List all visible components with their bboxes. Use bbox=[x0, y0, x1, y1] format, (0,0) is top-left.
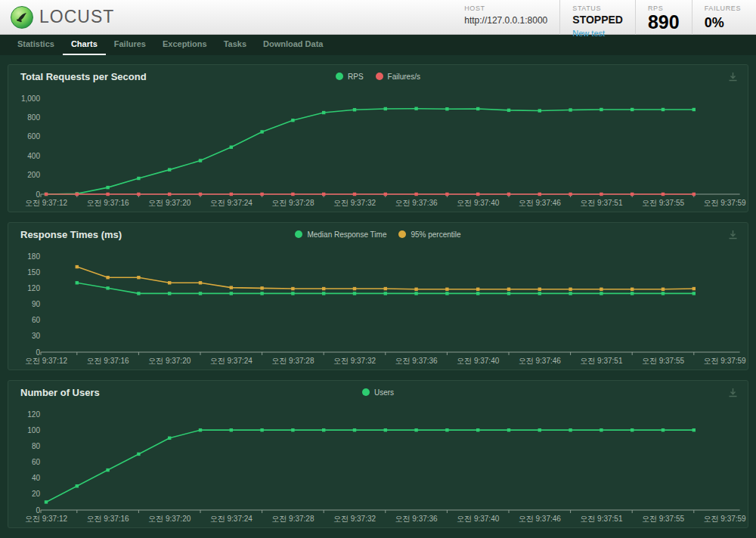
svg-text:120: 120 bbox=[27, 284, 40, 292]
legend-dot-icon bbox=[336, 73, 343, 80]
rps-label: RPS bbox=[648, 5, 680, 12]
svg-text:120: 120 bbox=[27, 410, 40, 419]
svg-text:150: 150 bbox=[27, 268, 40, 277]
svg-text:오전 9:37:46: 오전 9:37:46 bbox=[519, 515, 562, 523]
host-box: HOST http://127.0.0.1:8000 bbox=[452, 0, 559, 35]
chart-canvas-response-times[interactable]: 0306090120150180오전 9:37:12오전 9:37:16오전 9… bbox=[8, 246, 748, 369]
svg-text:오전 9:37:12: 오전 9:37:12 bbox=[25, 515, 68, 523]
svg-text:0: 0 bbox=[36, 190, 40, 199]
svg-text:200: 200 bbox=[27, 171, 40, 179]
legend-label: RPS bbox=[348, 73, 364, 81]
svg-text:400: 400 bbox=[27, 152, 40, 160]
svg-text:오전 9:37:20: 오전 9:37:20 bbox=[148, 357, 191, 365]
chart-title: Number of Users bbox=[20, 387, 100, 398]
failures-box: FAILURES 0% bbox=[692, 0, 753, 35]
chart-legend: Users bbox=[8, 381, 748, 404]
svg-text:오전 9:37:46: 오전 9:37:46 bbox=[519, 357, 562, 365]
legend-dot-icon bbox=[376, 73, 383, 80]
host-label: HOST bbox=[464, 5, 547, 12]
svg-text:오전 9:37:40: 오전 9:37:40 bbox=[457, 199, 500, 207]
svg-text:180: 180 bbox=[27, 252, 40, 261]
tab-download-data[interactable]: Download Data bbox=[255, 35, 331, 55]
svg-text:오전 9:37:55: 오전 9:37:55 bbox=[642, 199, 685, 207]
svg-text:오전 9:37:51: 오전 9:37:51 bbox=[580, 357, 623, 365]
rps-value: 890 bbox=[648, 12, 680, 32]
svg-text:오전 9:37:40: 오전 9:37:40 bbox=[457, 515, 500, 523]
legend-label: 95% percentile bbox=[411, 230, 460, 239]
chart-title: Total Requests per Second bbox=[20, 71, 147, 82]
app-logo[interactable]: LOCUST bbox=[11, 6, 114, 29]
download-icon[interactable] bbox=[728, 229, 738, 243]
svg-text:40: 40 bbox=[32, 474, 41, 482]
failures-value: 0% bbox=[705, 14, 741, 32]
svg-text:100: 100 bbox=[27, 426, 40, 434]
new-test-link[interactable]: New test bbox=[572, 29, 605, 38]
svg-text:오전 9:37:55: 오전 9:37:55 bbox=[642, 515, 685, 523]
svg-text:오전 9:37:20: 오전 9:37:20 bbox=[148, 199, 191, 207]
chart-canvas-total-requests[interactable]: 02004006008001,000오전 9:37:12오전 9:37:16오전… bbox=[8, 88, 748, 212]
svg-text:1,000: 1,000 bbox=[21, 94, 40, 103]
panel-head: Total Requests per Second RPS Failures/s bbox=[8, 65, 748, 88]
chart-canvas-number-of-users[interactable]: 020406080100120오전 9:37:12오전 9:37:16오전 9:… bbox=[8, 404, 748, 527]
svg-text:오전 9:37:20: 오전 9:37:20 bbox=[148, 515, 191, 523]
svg-text:20: 20 bbox=[32, 490, 41, 498]
svg-text:오전 9:37:46: 오전 9:37:46 bbox=[519, 199, 562, 207]
status-boxes: HOST http://127.0.0.1:8000 STATUS STOPPE… bbox=[452, 0, 753, 35]
download-icon[interactable] bbox=[728, 71, 738, 85]
download-icon[interactable] bbox=[728, 387, 738, 400]
status-value: STOPPED bbox=[572, 14, 623, 26]
legend-item-users[interactable]: Users bbox=[362, 388, 394, 397]
chart-panel-total-requests: Total Requests per Second RPS Failures/s… bbox=[8, 64, 748, 212]
rps-box: RPS 890 bbox=[635, 0, 692, 35]
svg-text:800: 800 bbox=[27, 113, 40, 122]
tab-charts[interactable]: Charts bbox=[63, 35, 106, 55]
svg-text:오전 9:37:36: 오전 9:37:36 bbox=[395, 199, 438, 207]
svg-text:오전 9:37:36: 오전 9:37:36 bbox=[395, 515, 438, 523]
svg-text:오전 9:37:12: 오전 9:37:12 bbox=[25, 357, 68, 365]
tab-statistics[interactable]: Statistics bbox=[9, 35, 63, 55]
tab-tasks[interactable]: Tasks bbox=[215, 35, 255, 55]
svg-text:오전 9:37:12: 오전 9:37:12 bbox=[25, 199, 68, 207]
status-box: STATUS STOPPED New test bbox=[559, 0, 635, 35]
svg-text:90: 90 bbox=[32, 300, 41, 308]
svg-text:오전 9:37:28: 오전 9:37:28 bbox=[271, 515, 314, 523]
svg-text:60: 60 bbox=[32, 316, 41, 324]
locust-logo-icon bbox=[11, 6, 33, 29]
legend-item-rps[interactable]: RPS bbox=[336, 73, 364, 81]
tab-exceptions[interactable]: Exceptions bbox=[154, 35, 215, 55]
svg-text:오전 9:37:59: 오전 9:37:59 bbox=[704, 199, 747, 207]
svg-text:오전 9:37:32: 오전 9:37:32 bbox=[333, 199, 376, 207]
legend-label: Median Response Time bbox=[307, 230, 386, 239]
status-label: STATUS bbox=[572, 5, 623, 12]
svg-text:오전 9:37:28: 오전 9:37:28 bbox=[271, 199, 314, 207]
legend-label: Users bbox=[374, 388, 394, 397]
chart-panel-number-of-users: Number of Users Users 020406080100120오전 … bbox=[8, 380, 748, 528]
svg-text:오전 9:37:51: 오전 9:37:51 bbox=[580, 515, 623, 523]
svg-text:80: 80 bbox=[32, 442, 41, 450]
svg-text:30: 30 bbox=[32, 332, 41, 340]
failures-label: FAILURES bbox=[705, 5, 741, 12]
legend-item-95th[interactable]: 95% percentile bbox=[398, 230, 460, 239]
legend-item-failures[interactable]: Failures/s bbox=[376, 73, 420, 81]
legend-dot-icon bbox=[362, 388, 370, 396]
svg-text:오전 9:37:24: 오전 9:37:24 bbox=[210, 357, 253, 365]
svg-text:오전 9:37:32: 오전 9:37:32 bbox=[333, 515, 376, 523]
main-nav: Statistics Charts Failures Exceptions Ta… bbox=[0, 35, 756, 55]
svg-text:오전 9:37:59: 오전 9:37:59 bbox=[704, 515, 747, 523]
app-name: LOCUST bbox=[39, 7, 114, 27]
top-header: LOCUST HOST http://127.0.0.1:8000 STATUS… bbox=[0, 0, 756, 35]
svg-text:600: 600 bbox=[27, 132, 40, 141]
charts-page: Total Requests per Second RPS Failures/s… bbox=[0, 55, 756, 538]
svg-text:오전 9:37:32: 오전 9:37:32 bbox=[333, 357, 376, 365]
legend-item-median[interactable]: Median Response Time bbox=[295, 230, 386, 239]
panel-head: Response Times (ms) Median Response Time… bbox=[8, 223, 748, 246]
svg-text:오전 9:37:24: 오전 9:37:24 bbox=[210, 199, 253, 207]
svg-text:오전 9:37:24: 오전 9:37:24 bbox=[210, 515, 253, 523]
svg-text:오전 9:37:16: 오전 9:37:16 bbox=[87, 357, 130, 365]
panel-head: Number of Users Users bbox=[8, 381, 748, 404]
svg-text:오전 9:37:16: 오전 9:37:16 bbox=[87, 515, 130, 523]
chart-title: Response Times (ms) bbox=[20, 229, 122, 240]
tab-failures[interactable]: Failures bbox=[106, 35, 154, 55]
legend-dot-icon bbox=[295, 230, 302, 238]
svg-text:0: 0 bbox=[36, 348, 40, 357]
